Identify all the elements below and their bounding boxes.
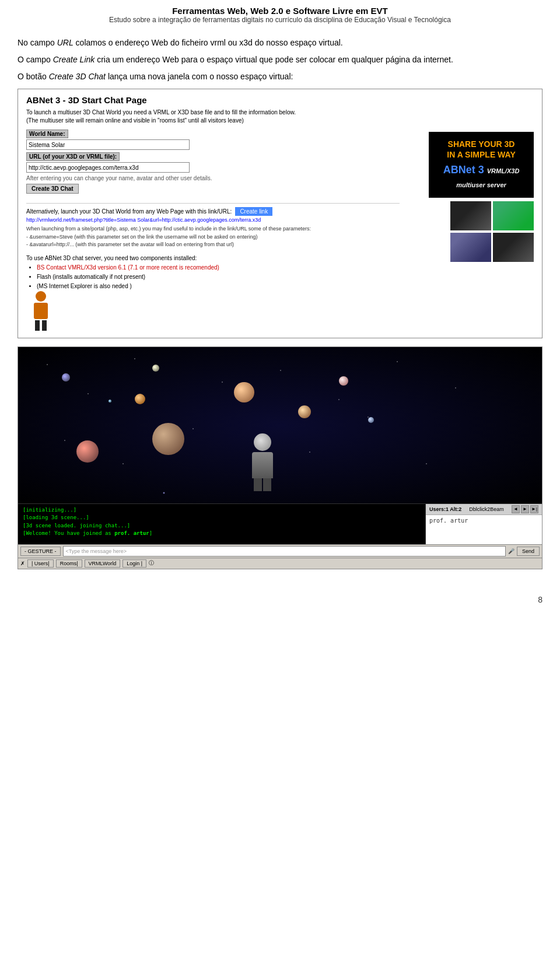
req-1: BS Contact VMRL/X3d version 6.1 (7.1 or … [37, 263, 400, 272]
requirements-section: To use ABNet 3D chat server, you need tw… [26, 254, 400, 291]
abnet-right-panel: SHARE YOUR 3D IN A SIMPLE WAY ABNet 3 VR… [405, 130, 534, 332]
page-subtitle: Estudo sobre a integração de ferramentas… [12, 16, 548, 24]
req-2: Flash (installs automatically if not pre… [37, 272, 400, 282]
abnet-thumbnails [450, 201, 534, 262]
abnet-logo: ABNet 3 VRML/X3D multiuser server [437, 163, 526, 191]
url-label: URL (of your X3D or VRML file): [26, 152, 120, 161]
space-screenshot-box: [initializing...] [loading 3d scene...] … [18, 346, 542, 569]
paragraph-2-suffix: cria um endereço Web para o espaço virtu… [97, 55, 453, 64]
nav-tab-users[interactable]: | Users| [27, 559, 54, 568]
thumbnail-4 [493, 233, 534, 262]
planet-dot [108, 400, 111, 402]
param-1: - &username=Steve (with this parameter s… [26, 233, 400, 242]
chat-users-count: Users:1 Alt:2 [429, 506, 461, 512]
abnet-screenshot: ABNet 3 - 3D Start Chat Page To launch a… [18, 89, 542, 338]
avatar-legs [26, 320, 55, 331]
page-title: Ferramentas Web, Web 2.0 e Software Livr… [12, 6, 548, 16]
when-launch-text: When launching from a site/portal (php, … [26, 225, 400, 233]
requirements-list: BS Contact VMRL/X3d version 6.1 (7.1 or … [37, 263, 400, 291]
share-line-1: SHARE YOUR 3D [437, 139, 526, 149]
planet-3 [152, 365, 159, 372]
abnet-title: ABNet 3 - 3D Start Chat Page [26, 95, 534, 105]
when-launch: When launching from a site/portal (php, … [26, 225, 400, 249]
after-enter-note: After entering you can change your name,… [26, 175, 400, 181]
abnet-layout: World Name: Sistema Solar URL (of your X… [26, 130, 534, 332]
nav-tab-login[interactable]: Login | [123, 559, 146, 568]
abnet-logo-text: ABNet 3 [443, 164, 484, 176]
planet-2 [135, 394, 145, 404]
char-leg-right [263, 478, 271, 491]
space-toolbar: - GESTURE - <Type the message here> 🎤 Se… [18, 544, 542, 558]
chat-ctrl-next[interactable]: ►| [530, 505, 538, 513]
chat-controls: ◄ ► ►| [512, 505, 538, 513]
nav-tab-vrmlworld[interactable]: VRMLWorld [85, 559, 121, 568]
intro-line-1: To launch a multiuser 3D Chat World you … [26, 108, 534, 117]
world-name-label: World Name: [26, 130, 68, 138]
alt-url: http://vrmlworld.net/frameset.php?title=… [26, 217, 400, 223]
page-number: 8 [0, 589, 560, 610]
log-line-3: [3d scene loaded. joining chat...] [23, 522, 421, 530]
param-2: - &avatarurl=http://... (with this param… [26, 241, 400, 249]
log-line-4: [Welcome! You have joined as prof. artur… [23, 530, 421, 538]
planet-6 [339, 376, 348, 386]
space-log: [initializing...] [loading 3d scene...] … [18, 504, 425, 544]
log-line-2: [loading 3d scene...] [23, 514, 421, 522]
mic-icon: 🎤 [508, 548, 514, 554]
paragraph-3: O botão Create 3D Chat lança uma nova ja… [18, 71, 542, 83]
paragraph-2: O campo Create Link cria um endereço Web… [18, 54, 542, 66]
char-legs [245, 478, 280, 491]
paragraph-3-suffix: lança uma nova janela com o nosso espaço… [108, 72, 293, 81]
planet-8 [76, 440, 99, 463]
chat-body: prof. artur [426, 515, 542, 544]
message-input[interactable]: <Type the message here> [63, 546, 506, 556]
create-3d-chat-term: Create 3D Chat [49, 72, 106, 81]
create-link-button[interactable]: Create link [235, 207, 272, 216]
url-input[interactable]: http://ctic.aevp.googlepages.com/terra.x… [26, 162, 190, 173]
space-screenshot: [initializing...] [loading 3d scene...] … [18, 347, 542, 569]
nav-check-icon: ✗ [20, 561, 25, 566]
thumb-row-2 [450, 233, 534, 262]
world-name-input[interactable]: Sistema Solar [26, 139, 190, 150]
planet-7 [152, 423, 184, 455]
page-num-value: 8 [538, 595, 542, 604]
create-3d-chat-button[interactable]: Create 3D Chat [26, 184, 79, 194]
avatar-body [34, 303, 48, 319]
chat-ctrl-prev[interactable]: ◄ [512, 505, 520, 513]
url-row: URL (of your X3D or VRML file): http://c… [26, 152, 400, 173]
share-box: SHARE YOUR 3D IN A SIMPLE WAY ABNet 3 VR… [429, 132, 534, 198]
gesture-button[interactable]: - GESTURE - [20, 547, 61, 556]
log-line-1: [initializing...] [23, 506, 421, 514]
info-icon: ⓘ [149, 559, 154, 567]
char-head [254, 433, 271, 451]
chat-dblclick: Dblclick2Beam [469, 506, 504, 512]
chat-ctrl-play[interactable]: ► [521, 505, 529, 513]
world-name-row: World Name: Sistema Solar [26, 130, 400, 150]
abnet-page: ABNet 3 - 3D Start Chat Page To launch a… [18, 89, 542, 338]
thumbnail-1 [450, 201, 491, 230]
req-1-text: BS Contact VMRL/X3d version 6.1 (7.1 or … [37, 264, 219, 271]
planet-1 [62, 373, 70, 382]
avatar-head [36, 291, 46, 302]
char-leg-left [254, 478, 262, 491]
planet-9 [368, 417, 374, 423]
space-scene [18, 347, 542, 503]
char-body [252, 452, 273, 478]
nav-tab-rooms[interactable]: Rooms| [56, 559, 82, 568]
requirements-title: To use ABNet 3D chat server, you need tw… [26, 254, 400, 263]
page-header: Ferramentas Web, Web 2.0 e Software Livr… [0, 0, 560, 27]
chat-top-bar: Users:1 Alt:2 Dblclick2Beam ◄ ► ►| [426, 504, 542, 515]
msg-placeholder: <Type the message here> [66, 548, 127, 554]
intro-line-2: (The multiuser site will remain online a… [26, 117, 534, 125]
space-chat-panel: Users:1 Alt:2 Dblclick2Beam ◄ ► ►| prof.… [425, 504, 542, 544]
abnet-left-panel: World Name: Sistema Solar URL (of your X… [26, 130, 400, 332]
planet-5 [298, 405, 311, 418]
space-character [245, 433, 280, 492]
space-bottom-panel: [initializing...] [loading 3d scene...] … [18, 503, 542, 544]
thumbnail-3 [450, 233, 491, 262]
avatar-leg-right [42, 320, 47, 331]
paragraph-1: No campo URL colamos o endereço Web do f… [18, 37, 542, 49]
alt-row: Alternatively, launch your 3D Chat World… [26, 207, 400, 216]
avatar-figure [26, 291, 55, 332]
send-button[interactable]: Send [517, 547, 540, 556]
thumb-row-1 [450, 201, 534, 230]
